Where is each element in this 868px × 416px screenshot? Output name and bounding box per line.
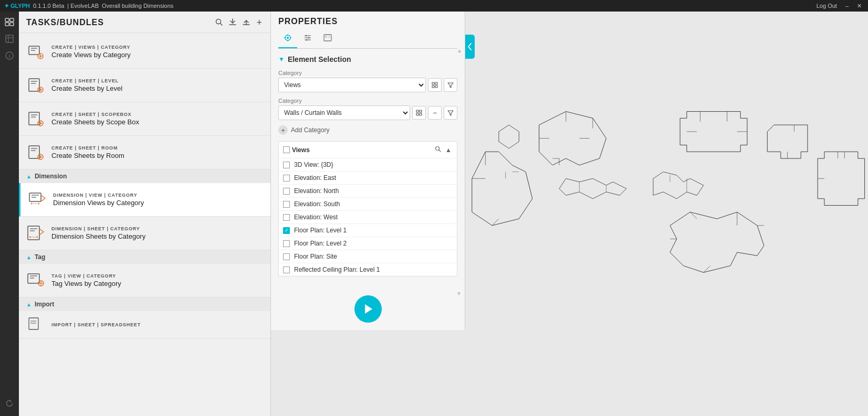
app-logo: ✦ GLYPH [4,3,30,9]
task-item-dimension-view[interactable]: DIMENSION | VIEW | CATEGORY Dimension Vi… [19,183,270,217]
category-filter-btn-walls[interactable] [444,106,457,120]
svg-point-84 [436,147,440,151]
task-item-create-views[interactable]: CREATE | VIEWS | CATEGORY Create Views b… [19,35,270,69]
sidebar-views-icon[interactable] [2,31,17,46]
view-checkbox-elevation-east[interactable] [283,175,290,182]
close-button[interactable]: ✕ [855,3,864,9]
tasks-header-icons: + [214,17,263,28]
tasks-header: TASKS/BUNDLES [19,12,270,33]
views-collapse-icon[interactable]: ▲ [444,145,453,155]
task-text-create-sheet-level: CREATE | SHEET | LEVEL Create Sheets by … [51,78,263,92]
task-icon-create-sheet-level [26,76,45,95]
view-item-elevation-west[interactable]: Elevation: West [279,211,457,224]
canvas-area [465,12,868,416]
tag-chevron-icon: ▲ [26,254,32,260]
svg-rect-83 [420,113,422,115]
views-select-all-checkbox[interactable] [283,146,290,153]
floor-plan-sketch-8 [670,212,764,272]
task-icon-tag-view [26,271,45,290]
task-label: CREATE | VIEWS | CATEGORY [51,45,263,50]
category-select-btn-walls[interactable] [412,106,426,120]
tasks-list: CREATE | VIEWS | CATEGORY Create Views b… [19,33,270,416]
view-item-elevation-south[interactable]: Elevation: South [279,198,457,211]
tag-section-header[interactable]: ▲ Tag [19,250,270,264]
import-section-header[interactable]: ▲ Import [19,297,270,311]
task-name: Create Views by Category [51,51,263,59]
add-category-row[interactable]: + Add Category [278,125,457,135]
task-text-dimension-view: DIMENSION | VIEW | CATEGORY Dimension Vi… [53,193,263,207]
task-text-dimension-sheet: DIMENSION | SHEET | CATEGORY Dimension S… [51,226,263,240]
logout-button[interactable]: Log Out [814,3,839,9]
category-label-walls: Category [278,98,457,104]
task-name-create-sheet-level: Create Sheets by Level [51,84,263,92]
sidebar-info-icon[interactable]: i [2,48,17,63]
properties-panel: PROPERTIES [271,12,465,330]
view-checkbox-elevation-west[interactable] [283,214,290,221]
category-select-row-walls: Walls / Curtain Walls − [278,105,457,120]
tab-preview[interactable] [318,30,337,48]
upload-icon[interactable] [242,17,251,28]
dimension-section-header[interactable]: ▲ Dimension [19,169,270,183]
view-item-floor-level1[interactable]: Floor Plan: Level 1 [279,224,457,237]
view-checkbox-elevation-south[interactable] [283,201,290,208]
search-icon[interactable] [214,17,224,28]
run-button[interactable] [354,295,382,323]
view-item-3d[interactable]: 3D View: {3D} [279,158,457,172]
task-icon-create-sheet-scope [26,110,45,129]
view-item-elevation-north[interactable]: Elevation: North [279,185,457,198]
minimize-button[interactable]: – [843,3,851,9]
category-select-row-views: Views [278,78,457,92]
task-label-create-sheet-scope: CREATE | SHEET | SCOPEBOX [51,112,263,117]
task-item-dimension-sheet[interactable]: DIMENSION | SHEET | CATEGORY Dimension S… [19,217,270,250]
task-item-tag-view[interactable]: TAG | VIEW | CATEGORY Tag Views by Categ… [19,264,270,297]
category-remove-btn-walls[interactable]: − [428,106,442,120]
view-item-elevation-east[interactable]: Elevation: East [279,172,457,185]
scroll-up-indicator[interactable]: ▲ [456,48,463,54]
task-text-import-sheet: IMPORT | SHEET | SPREADSHEET [51,322,263,327]
view-item-floor-site[interactable]: Floor Plan: Site [279,250,457,263]
svg-rect-82 [416,113,419,115]
category-filter-btn-views[interactable] [444,78,457,92]
view-checkbox-elevation-north[interactable] [283,188,290,195]
download-icon[interactable] [228,17,237,28]
sidebar-tasks-icon[interactable] [2,15,17,29]
task-item-create-sheet-room[interactable]: CREATE | SHEET | ROOM Create Sheets by R… [19,136,270,169]
scroll-down-indicator[interactable]: ▼ [456,291,462,296]
view-checkbox-rcp-level1[interactable] [283,266,290,273]
svg-rect-76 [432,82,434,84]
element-selection-chevron[interactable]: ▼ [278,56,285,63]
tab-settings[interactable] [298,30,317,48]
task-item-import-sheet[interactable]: IMPORT | SHEET | SPREADSHEET [19,311,270,339]
svg-line-85 [439,150,441,152]
view-item-floor-level2[interactable]: Floor Plan: Level 2 [279,237,457,250]
titlebar-right: Log Out – ✕ [814,3,864,9]
view-item-rcp-level1[interactable]: Reflected Ceiling Plan: Level 1 [279,263,457,276]
view-label-elevation-west: Elevation: West [294,214,338,221]
category-select-walls[interactable]: Walls / Curtain Walls [278,105,410,120]
category-select-views[interactable]: Views [278,78,426,92]
task-text-tag-view: TAG | VIEW | CATEGORY Tag Views by Categ… [51,273,263,287]
add-task-button[interactable]: + [255,17,263,28]
tag-section-label: Tag [35,253,45,261]
import-section-label: Import [35,301,54,308]
tab-element-selection[interactable] [278,30,297,48]
view-checkbox-floor-level1[interactable] [283,227,290,234]
category-select-btn-views[interactable] [428,78,442,92]
task-item-create-sheet-scope[interactable]: CREATE | SHEET | SCOPEBOX Create Sheets … [19,102,270,136]
svg-rect-80 [416,110,419,112]
svg-rect-57 [29,318,38,329]
floor-plan-sketch-3 [499,125,519,148]
properties-title: PROPERTIES [278,17,457,26]
view-checkbox-floor-level2[interactable] [283,240,290,247]
view-checkbox-3d[interactable] [283,162,290,168]
floor-plan-sketch-4 [680,112,747,152]
task-item-create-sheet-level[interactable]: CREATE | SHEET | LEVEL Create Sheets by … [19,69,270,102]
views-section: Views ▲ 3D View: {3D} [278,141,457,276]
task-text-create-sheet-room: CREATE | SHEET | ROOM Create Sheets by R… [51,145,263,159]
views-search-icon[interactable] [434,145,442,155]
task-name-create-sheet-room: Create Sheets by Room [51,152,263,159]
sidebar-refresh-icon[interactable] [2,396,17,411]
view-checkbox-floor-site[interactable] [283,253,290,260]
svg-point-61 [287,37,289,39]
properties-collapse-tab[interactable] [465,35,475,59]
